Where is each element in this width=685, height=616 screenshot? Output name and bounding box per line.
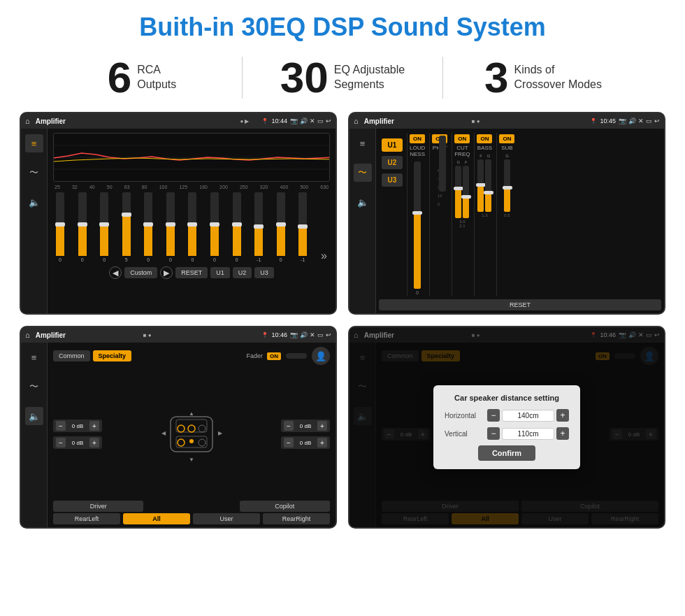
vol-plus-1[interactable]: + <box>89 421 99 431</box>
sub-slider[interactable] <box>504 159 510 212</box>
user-btn-3[interactable]: User <box>193 513 260 524</box>
vertical-minus[interactable]: − <box>487 427 500 440</box>
sidebar-wave-icon-3[interactable]: 〜 <box>25 378 43 396</box>
eq-sliders: 0 0 0 5 0 <box>53 192 330 262</box>
loudness-slider[interactable] <box>414 162 421 289</box>
bass-g-slider[interactable] <box>485 159 491 212</box>
rearright-btn-3[interactable]: RearRight <box>263 513 330 524</box>
eq-slider-8[interactable]: 0 <box>210 192 219 262</box>
vol-control-2: − 0 dB + <box>53 436 102 449</box>
vol-plus-2[interactable]: + <box>89 438 99 447</box>
vol-plus-3[interactable]: + <box>317 421 327 431</box>
bass-f-slider[interactable] <box>477 159 484 212</box>
confirm-button[interactable]: Confirm <box>478 445 535 461</box>
screen3-body: ≡ 〜 🔈 Common Specialty Fader ON 👤 <box>21 343 336 527</box>
sidebar-eq-icon-2[interactable]: ≡ <box>354 134 372 152</box>
cutfreq-vals: 3.0 2.1 <box>459 220 465 228</box>
svg-text:▲: ▲ <box>189 410 194 417</box>
profile-icon-3[interactable]: 👤 <box>312 347 330 365</box>
dot-icon-1: ● ▶ <box>240 118 249 124</box>
copilot-btn-3[interactable]: Copilot <box>240 501 330 512</box>
fader-slider-3[interactable] <box>286 353 307 359</box>
eq-prev-btn[interactable]: ◀ <box>109 266 122 279</box>
sub-toggle[interactable]: ON <box>499 134 514 143</box>
driver-btn-3[interactable]: Driver <box>53 501 143 512</box>
screen1-body: ≡ 〜 🔈 <box>21 129 336 313</box>
eq-slider-10[interactable]: -1 <box>254 192 263 262</box>
home-icon-2[interactable]: ⌂ <box>354 117 359 125</box>
time-3: 10:46 <box>271 331 287 338</box>
loudness-val: 0 <box>416 290 419 295</box>
vol-minus-1[interactable]: − <box>56 421 66 431</box>
eq-u3-btn[interactable]: U3 <box>254 267 274 278</box>
horizontal-minus[interactable]: − <box>487 409 500 422</box>
svg-rect-3 <box>171 417 212 452</box>
slider-val-9: 0 <box>236 257 238 262</box>
eq-slider-1[interactable]: 0 <box>56 192 64 262</box>
stat-eq: 30 EQ AdjustableSegments <box>243 56 442 99</box>
cutfreq-toggle[interactable]: ON <box>454 134 470 143</box>
eq-u1-btn[interactable]: U1 <box>210 267 230 278</box>
bass-label: BASS <box>477 145 492 151</box>
tab-specialty-3[interactable]: Specialty <box>93 350 132 361</box>
empty-btn-3 <box>146 501 236 512</box>
tab-common-3[interactable]: Common <box>53 350 90 361</box>
eq-slider-3[interactable]: 0 <box>100 192 108 262</box>
slider-val-2: 0 <box>81 257 84 262</box>
rearleft-btn-3[interactable]: RearLeft <box>53 513 120 524</box>
eq-slider-4[interactable]: 5 <box>122 192 131 262</box>
phat-slider[interactable] <box>439 136 446 192</box>
loudness-toggle[interactable]: ON <box>410 134 425 143</box>
vol-minus-4[interactable]: − <box>284 438 294 447</box>
eq-slider-5[interactable]: 0 <box>144 192 152 262</box>
sidebar-eq-icon-3[interactable]: ≡ <box>25 348 43 366</box>
sidebar-speaker-icon-3[interactable]: 🔈 <box>25 407 43 425</box>
eq-slider-12[interactable]: -1 <box>298 192 307 262</box>
skip-icon[interactable]: » <box>321 250 327 262</box>
all-btn-3[interactable]: All <box>123 513 190 524</box>
eq-play-btn[interactable]: ▶ <box>160 266 173 279</box>
sidebar-wave-icon[interactable]: 〜 <box>25 164 43 182</box>
vol-val-3: 0 dB <box>296 423 315 429</box>
crossover-reset-btn[interactable]: RESET <box>379 299 661 310</box>
vol-minus-2[interactable]: − <box>56 438 66 447</box>
left-sidebar-3: ≡ 〜 🔈 <box>21 343 48 527</box>
cutfreq-g-slider[interactable] <box>455 166 461 218</box>
status-bar-3: ⌂ Amplifier ■ ● 📍 10:46 📷 🔊 ✕ ▭ ↩ <box>21 327 336 343</box>
horizontal-plus[interactable]: + <box>556 409 569 422</box>
vol-val-1: 0 dB <box>68 423 87 429</box>
u3-btn[interactable]: U3 <box>382 173 403 187</box>
horizontal-stepper: − 140cm + <box>487 409 569 422</box>
u1-btn[interactable]: U1 <box>382 138 403 152</box>
sub-col: ON SUB G 0.5 <box>496 133 517 296</box>
bottom-btn-row-3b: RearLeft All User RearRight <box>53 513 330 524</box>
cutfreq-f-slider[interactable] <box>463 166 469 218</box>
home-icon-1[interactable]: ⌂ <box>25 117 30 125</box>
sidebar-eq-icon[interactable]: ≡ <box>25 134 43 152</box>
eq-slider-9[interactable]: 0 <box>233 192 241 262</box>
screenshots-grid: ⌂ Amplifier ● ▶ 📍 10:44 📷 🔊 ✕ ▭ ↩ ≡ 〜 🔈 <box>0 109 685 536</box>
bass-toggle[interactable]: ON <box>477 134 492 143</box>
stat-eq-number: 30 <box>280 56 329 99</box>
sidebar-speaker-icon[interactable]: 🔈 <box>25 193 43 211</box>
page-title: Buith-in 30EQ DSP Sound System <box>0 0 685 49</box>
eq-slider-2[interactable]: 0 <box>78 192 87 262</box>
vol-minus-3[interactable]: − <box>284 421 294 431</box>
vol-control-3: − 0 dB + <box>281 420 330 432</box>
sidebar-speaker-icon-2[interactable]: 🔈 <box>354 193 372 211</box>
vol-plus-4[interactable]: + <box>317 438 327 447</box>
eq-u2-btn[interactable]: U2 <box>233 267 252 278</box>
eq-reset-btn[interactable]: RESET <box>175 267 208 278</box>
eq-slider-7[interactable]: 0 <box>188 192 196 262</box>
tab-row-3: Common Specialty Fader ON 👤 <box>53 347 330 365</box>
sidebar-wave-icon-2[interactable]: 〜 <box>354 164 372 182</box>
vertical-plus[interactable]: + <box>556 427 569 440</box>
eq-slider-6[interactable]: 0 <box>166 192 175 262</box>
u2-btn[interactable]: U2 <box>382 156 403 169</box>
slider-val-8: 0 <box>213 257 216 262</box>
home-icon-3[interactable]: ⌂ <box>25 331 30 339</box>
eq-custom-btn[interactable]: Custom <box>124 267 157 278</box>
eq-slider-11[interactable]: 0 <box>277 192 285 262</box>
on-badge-3: ON <box>267 352 281 360</box>
vol-val-4: 0 dB <box>296 440 315 446</box>
